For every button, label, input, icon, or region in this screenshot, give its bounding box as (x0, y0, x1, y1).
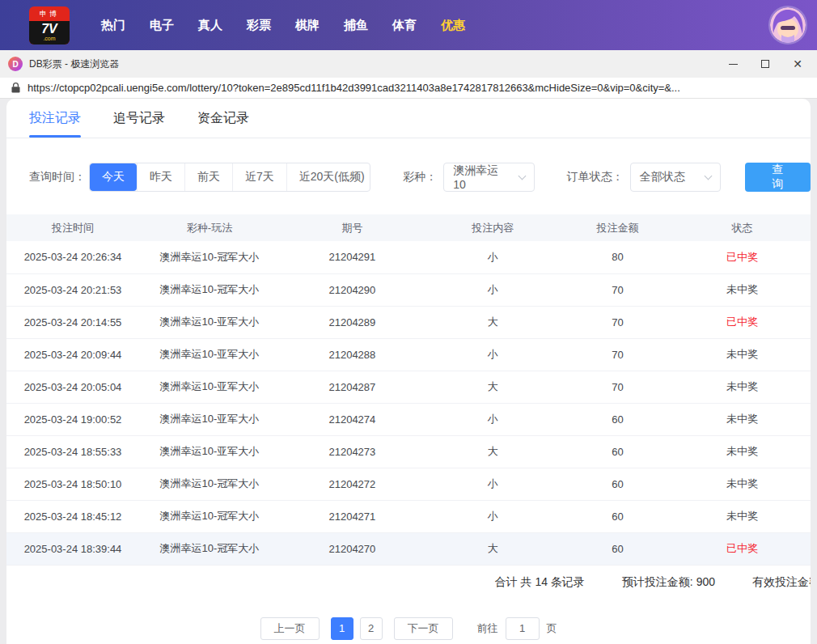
browser-urlbar[interactable]: https://ctopcp02pcali.uengi5e.com/lotter… (0, 78, 817, 99)
window-title: DB彩票 - 极速浏览器 (29, 57, 119, 71)
cell-game: 澳洲幸运10-亚军大小 (139, 371, 280, 403)
cell-amount: 70 (561, 273, 674, 306)
tab-追号记录[interactable]: 追号记录 (113, 99, 165, 138)
cell-game: 澳洲幸运10-亚军大小 (139, 403, 280, 435)
nav-item-电子[interactable]: 电子 (138, 0, 186, 50)
cell-game: 澳洲幸运10-冠军大小 (139, 273, 280, 306)
cell-content: 小 (425, 273, 561, 306)
tab-投注记录[interactable]: 投注记录 (29, 99, 81, 138)
cell-issue: 21204291 (280, 241, 425, 273)
cell-status: 未中奖 (674, 500, 811, 532)
cell-content: 小 (425, 241, 561, 273)
minimize-button[interactable] (717, 50, 749, 78)
table-row: 2025-03-24 20:09:44澳洲幸运10-亚军大小21204288小7… (6, 338, 811, 371)
cell-game: 澳洲幸运10-冠军大小 (139, 500, 280, 532)
page-numbers: 12 (331, 617, 383, 640)
records-panel: 投注记录追号记录资金记录 查询时间： 今天昨天前天近7天近20天(低频) 彩种：… (6, 99, 811, 644)
cell-amount: 60 (561, 468, 674, 500)
table-row: 2025-03-24 20:14:55澳洲幸运10-亚军大小21204289大7… (6, 306, 811, 338)
avatar[interactable] (770, 7, 806, 43)
time-option-前天[interactable]: 前天 (184, 163, 232, 191)
lottery-select[interactable]: 澳洲幸运10 (443, 163, 534, 192)
status-select-value: 全部状态 (640, 170, 685, 184)
lottery-filter-label: 彩种： (403, 170, 437, 184)
page-number-2[interactable]: 2 (360, 617, 383, 640)
table-row: 2025-03-24 18:39:44澳洲幸运10-冠军大小21204270大6… (6, 532, 811, 565)
cell-game: 澳洲幸运10-亚军大小 (139, 338, 280, 371)
record-tabs: 投注记录追号记录资金记录 (6, 99, 811, 138)
next-page-button[interactable]: 下一页 (394, 617, 453, 640)
nav-item-棋牌[interactable]: 棋牌 (283, 0, 332, 50)
table-row: 2025-03-24 19:00:52澳洲幸运10-亚军大小21204274小6… (6, 403, 811, 435)
nav-item-真人[interactable]: 真人 (186, 0, 235, 50)
cell-time: 2025-03-24 20:09:44 (6, 338, 139, 371)
browser-titlebar[interactable]: D DB彩票 - 极速浏览器 ✕ (0, 50, 817, 78)
table-header-row: 投注时间彩种-玩法期号投注内容投注金额状态 (6, 214, 811, 241)
cell-status: 已中奖 (674, 306, 811, 338)
cell-game: 澳洲幸运10-冠军大小 (139, 241, 280, 273)
cell-content: 大 (425, 306, 561, 338)
nav-item-体育[interactable]: 体育 (380, 0, 429, 50)
table-row: 2025-03-24 18:45:12澳洲幸运10-冠军大小21204271小6… (6, 500, 811, 532)
cell-time: 2025-03-24 18:55:33 (6, 435, 139, 468)
cell-amount: 60 (561, 532, 674, 565)
summary-valid-amount: 有效投注金额 (752, 575, 811, 590)
cell-amount: 70 (561, 306, 674, 338)
pagination: 上一页 12 下一页 前往 页 (6, 617, 811, 640)
cell-status: 已中奖 (674, 532, 811, 565)
browser-app-icon: D (8, 57, 23, 71)
cell-content: 小 (425, 338, 561, 371)
cell-time: 2025-03-24 20:26:34 (6, 241, 139, 273)
cell-time: 2025-03-24 20:14:55 (6, 306, 139, 338)
column-header: 状态 (674, 214, 811, 241)
nav-item-捕鱼[interactable]: 捕鱼 (332, 0, 380, 50)
status-select[interactable]: 全部状态 (630, 163, 721, 192)
summary-total: 合计 共 14 条记录 (495, 575, 585, 590)
table-row: 2025-03-24 18:50:10澳洲幸运10-冠军大小21204272小6… (6, 468, 811, 500)
table-row: 2025-03-24 20:05:04澳洲幸运10-亚军大小21204287大7… (6, 371, 811, 403)
cell-issue: 21204288 (280, 338, 425, 371)
cell-status: 未中奖 (674, 338, 811, 371)
close-button[interactable]: ✕ (781, 50, 814, 78)
column-header: 投注时间 (6, 214, 139, 241)
prev-page-button[interactable]: 上一页 (260, 617, 320, 640)
filter-bar: 查询时间： 今天昨天前天近7天近20天(低频) 彩种： 澳洲幸运10 订单状态：… (29, 163, 811, 192)
chevron-down-icon (704, 172, 712, 180)
cell-content: 小 (425, 500, 561, 532)
url-text[interactable]: https://ctopcp02pcali.uengi5e.com/lotter… (28, 82, 680, 94)
cell-status: 未中奖 (674, 371, 811, 403)
goto-page: 前往 页 (477, 617, 557, 640)
cell-issue: 21204274 (280, 403, 425, 435)
cell-time: 2025-03-24 19:00:52 (6, 403, 139, 435)
table-row: 2025-03-24 20:21:53澳洲幸运10-冠军大小21204290小7… (6, 273, 811, 306)
nav-item-热门[interactable]: 热门 (89, 0, 138, 50)
time-option-近7天[interactable]: 近7天 (232, 163, 286, 191)
time-option-近20天(低频)[interactable]: 近20天(低频) (286, 163, 370, 191)
page-number-1[interactable]: 1 (331, 617, 353, 640)
cell-amount: 60 (561, 403, 674, 435)
goto-page-input[interactable] (506, 617, 540, 640)
goto-suffix: 页 (547, 621, 557, 636)
column-header: 期号 (280, 214, 425, 241)
tab-资金记录[interactable]: 资金记录 (197, 99, 249, 138)
search-button[interactable]: 查询 (745, 163, 811, 192)
maximize-button[interactable] (749, 50, 781, 78)
cell-status: 未中奖 (674, 435, 811, 468)
summary-expected-amount: 预计投注金额: 900 (622, 575, 715, 590)
column-header: 投注金额 (561, 214, 674, 241)
time-option-昨天[interactable]: 昨天 (137, 163, 184, 191)
site-logo[interactable]: 申博 7V .com (29, 6, 70, 44)
nav-item-优惠[interactable]: 优惠 (429, 0, 477, 50)
site-nav: 申博 7V .com 热门电子真人彩票棋牌捕鱼体育优惠 (0, 0, 817, 50)
time-range-group: 今天昨天前天近7天近20天(低频) (89, 163, 370, 192)
nav-item-彩票[interactable]: 彩票 (235, 0, 283, 50)
time-option-今天[interactable]: 今天 (90, 163, 137, 191)
time-filter-label: 查询时间： (29, 170, 86, 184)
site-logo-brand: 7V (41, 22, 57, 36)
cell-status: 未中奖 (674, 468, 811, 500)
cell-status: 未中奖 (674, 403, 811, 435)
cell-content: 小 (425, 468, 561, 500)
cell-time: 2025-03-24 18:45:12 (6, 500, 139, 532)
window-controls: ✕ (717, 50, 814, 78)
cell-amount: 70 (561, 371, 674, 403)
